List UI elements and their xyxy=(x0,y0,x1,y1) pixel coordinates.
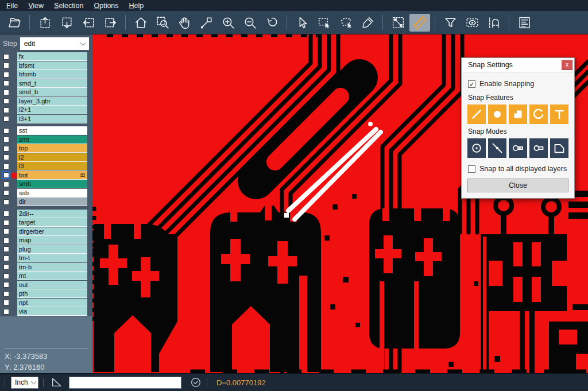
layer-visibility-checkbox[interactable] xyxy=(3,309,9,315)
angle-tool-icon[interactable] xyxy=(51,376,63,389)
menu-item[interactable]: Selection xyxy=(49,1,88,11)
dialog-title-bar[interactable]: Snap Settings x xyxy=(462,58,574,72)
layer-visibility-checkbox[interactable] xyxy=(3,199,9,205)
drag-view-icon[interactable] xyxy=(196,14,216,32)
home-view-icon[interactable] xyxy=(130,14,151,32)
all-layers-checkbox[interactable] xyxy=(468,165,475,173)
layer-name[interactable]: map xyxy=(17,236,87,245)
layer-visibility-checkbox[interactable] xyxy=(3,137,9,142)
layer-visibility-checkbox[interactable] xyxy=(3,264,9,270)
menu-item[interactable]: File xyxy=(1,1,23,11)
layer-name[interactable]: dir xyxy=(17,198,87,206)
layer-visibility-checkbox[interactable] xyxy=(3,63,9,68)
zoom-area-icon[interactable] xyxy=(152,14,173,32)
layer-name[interactable]: top xyxy=(17,144,87,153)
layer-visibility-checkbox[interactable] xyxy=(3,164,9,169)
layer-name[interactable]: bot xyxy=(17,171,87,180)
layer-visibility-checkbox[interactable] xyxy=(3,246,9,252)
all-layers-row[interactable]: Snap to all displayed layers xyxy=(468,165,568,173)
zoom-in-icon[interactable] xyxy=(218,14,238,32)
layer-visibility-checkbox[interactable] xyxy=(3,181,9,187)
layer-visibility-checkbox[interactable] xyxy=(3,172,9,178)
layer-name[interactable]: out xyxy=(17,281,87,289)
enable-snapping-row[interactable]: Enable Snapping xyxy=(468,80,568,88)
layer-name[interactable]: tm-t xyxy=(17,254,87,262)
layer-visibility-checkbox[interactable] xyxy=(3,190,9,196)
layer-name[interactable]: dirgerber xyxy=(17,227,87,236)
layer-name[interactable]: mt xyxy=(17,272,87,280)
polygon-corner-icon[interactable] xyxy=(550,138,568,158)
menu-item[interactable]: View xyxy=(23,1,49,11)
layer-name[interactable]: l2 xyxy=(17,153,87,162)
layer-visibility-checkbox[interactable] xyxy=(3,154,9,160)
snap-magnet-icon[interactable] xyxy=(483,14,504,32)
layer-visibility-checkbox[interactable] xyxy=(3,146,9,152)
select-rect-icon[interactable] xyxy=(314,14,334,32)
pad-icon[interactable] xyxy=(488,104,506,124)
measure-line-icon[interactable] xyxy=(388,14,408,32)
layer-visibility-checkbox[interactable] xyxy=(3,282,9,288)
layer-name[interactable]: via xyxy=(17,307,87,316)
layer-visibility-checkbox[interactable] xyxy=(3,255,9,261)
circle-center-icon[interactable] xyxy=(467,138,486,158)
layer-visibility-checkbox[interactable] xyxy=(3,300,9,305)
layer-visibility-checkbox[interactable] xyxy=(3,220,9,226)
clear-highlight-icon[interactable] xyxy=(357,14,378,32)
layer-name[interactable]: bfsmb xyxy=(17,70,87,79)
menu-item[interactable]: Help xyxy=(124,1,149,11)
layer-visibility-checkbox[interactable] xyxy=(3,90,9,95)
layer-name[interactable]: sst xyxy=(17,126,87,135)
pan-up-icon[interactable] xyxy=(34,14,55,32)
layer-name[interactable]: pth xyxy=(17,289,87,298)
open-folder-icon[interactable] xyxy=(4,14,25,32)
pan-left-icon[interactable] xyxy=(78,14,99,32)
layer-name[interactable]: smd_b xyxy=(17,88,87,96)
layer-name[interactable]: target xyxy=(17,218,87,227)
layer-name[interactable]: 2dir-- xyxy=(17,210,87,218)
pan-hand-icon[interactable] xyxy=(174,14,195,32)
layer-name[interactable]: l2+1 xyxy=(17,106,87,114)
key-slot-icon[interactable] xyxy=(529,138,548,158)
filter-icon[interactable] xyxy=(440,14,461,32)
layer-name[interactable]: smd_t xyxy=(17,79,87,88)
layer-name[interactable]: npt xyxy=(17,299,87,307)
unit-select[interactable]: Inch xyxy=(11,377,38,389)
view-options-icon[interactable] xyxy=(462,14,482,32)
layer-name[interactable]: tm-b xyxy=(17,263,87,272)
pan-right-icon[interactable] xyxy=(100,14,121,32)
step-select[interactable]: edit xyxy=(20,37,89,50)
layer-name[interactable]: l3 xyxy=(17,162,87,171)
enable-snapping-checkbox[interactable] xyxy=(468,80,475,88)
layer-name[interactable]: smt xyxy=(17,136,87,144)
layer-visibility-checkbox[interactable] xyxy=(3,116,9,122)
layer-name[interactable]: plug xyxy=(17,245,87,254)
layer-name[interactable]: l3+1 xyxy=(17,115,87,123)
layer-name[interactable]: fx xyxy=(17,52,87,61)
close-icon[interactable]: x xyxy=(562,60,572,70)
line-point-icon[interactable] xyxy=(488,138,506,158)
ruler-icon[interactable] xyxy=(409,14,430,32)
text-icon[interactable] xyxy=(550,104,568,124)
command-input[interactable] xyxy=(69,377,181,389)
confirm-icon[interactable] xyxy=(189,376,202,389)
layer-visibility-checkbox[interactable] xyxy=(3,80,9,86)
layer-name[interactable]: ssb xyxy=(17,189,87,198)
layer-name[interactable]: layer_3.gbr xyxy=(17,97,87,106)
layer-visibility-checkbox[interactable] xyxy=(3,238,9,243)
arc-icon[interactable] xyxy=(529,104,548,124)
close-button[interactable]: Close xyxy=(467,179,568,192)
zoom-previous-icon[interactable] xyxy=(261,14,282,32)
layer-visibility-checkbox[interactable] xyxy=(3,128,9,134)
pan-down-icon[interactable] xyxy=(56,14,77,32)
layer-visibility-checkbox[interactable] xyxy=(3,291,9,297)
report-panel-icon[interactable] xyxy=(514,14,535,32)
key-slot-filled-icon[interactable] xyxy=(509,138,527,158)
select-arrow-icon[interactable] xyxy=(292,14,312,32)
layer-visibility-checkbox[interactable] xyxy=(3,107,9,113)
zoom-out-icon[interactable] xyxy=(239,14,260,32)
select-poly-icon[interactable] xyxy=(335,14,356,32)
layer-name[interactable]: smb xyxy=(17,180,87,188)
surface-icon[interactable] xyxy=(509,104,527,124)
layer-visibility-checkbox[interactable] xyxy=(3,98,9,104)
layer-visibility-checkbox[interactable] xyxy=(3,54,9,60)
